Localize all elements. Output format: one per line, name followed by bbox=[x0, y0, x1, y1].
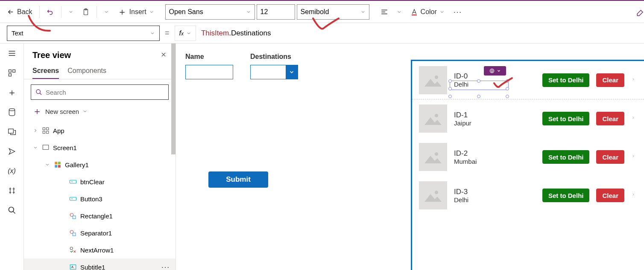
svg-rect-2 bbox=[412, 15, 417, 15]
tab-components[interactable]: Components bbox=[67, 64, 106, 79]
gallery-id: ID-2 bbox=[454, 149, 536, 158]
property-dropdown[interactable]: Text bbox=[7, 26, 160, 41]
svg-rect-19 bbox=[70, 180, 76, 183]
tree-item-label: App bbox=[53, 127, 64, 134]
property-value: Text bbox=[12, 29, 23, 37]
paste-dropdown[interactable] bbox=[100, 4, 112, 20]
tree-item-label: Button3 bbox=[80, 195, 102, 203]
next-arrow-icon[interactable] bbox=[631, 191, 637, 200]
submit-label: Submit bbox=[226, 175, 251, 184]
svg-point-8 bbox=[9, 207, 14, 212]
tree-item-icon bbox=[42, 127, 50, 134]
clear-button[interactable]: Clear bbox=[596, 112, 624, 125]
formula-editor[interactable]: ThisItem.Destinations bbox=[201, 29, 271, 38]
align-button[interactable] bbox=[377, 4, 392, 20]
gallery-subtitle: Jaipur bbox=[454, 119, 536, 127]
submit-button[interactable]: Submit bbox=[208, 171, 268, 188]
color-button[interactable]: Color bbox=[407, 4, 448, 20]
tree-item-label: NextArrow1 bbox=[80, 247, 114, 254]
gallery-row[interactable]: ID-1JaipurSet to DelhiClear bbox=[412, 99, 644, 138]
name-label: Name bbox=[185, 53, 204, 60]
formula-prefix: ThisItem bbox=[201, 29, 229, 37]
new-screen-button[interactable]: ＋ New screen bbox=[24, 103, 176, 122]
svg-rect-18 bbox=[58, 165, 61, 168]
gallery-id: ID-3 bbox=[454, 188, 536, 196]
plus-icon: ＋ bbox=[32, 105, 42, 118]
tree-item[interactable]: Separator1 bbox=[24, 224, 176, 241]
fx-button[interactable]: fx bbox=[175, 26, 196, 41]
clear-button[interactable]: Clear bbox=[596, 150, 624, 164]
edit-button[interactable] bbox=[636, 4, 644, 21]
gallery-row[interactable]: ID-3DelhiSet to DelhiClear bbox=[412, 176, 644, 215]
weight-value: Semibold bbox=[301, 8, 329, 16]
scrollbar-thumb[interactable] bbox=[171, 44, 176, 154]
undo-button[interactable] bbox=[43, 4, 58, 20]
tree-item[interactable]: NextArrow1 bbox=[24, 241, 176, 258]
svg-point-28 bbox=[490, 69, 494, 73]
insert-icon[interactable]: ＋ bbox=[7, 88, 17, 97]
flow-icon[interactable] bbox=[7, 147, 17, 156]
font-weight-select[interactable]: Semibold bbox=[297, 4, 369, 20]
align-dropdown[interactable] bbox=[393, 4, 405, 20]
variable-icon[interactable]: (x) bbox=[7, 166, 17, 176]
svg-rect-3 bbox=[9, 70, 11, 73]
svg-point-31 bbox=[435, 191, 438, 194]
name-input[interactable] bbox=[185, 65, 233, 79]
next-arrow-icon[interactable] bbox=[631, 153, 637, 161]
gallery-row[interactable]: ID-0DelhiSet to DelhiClear bbox=[412, 61, 644, 99]
tree-item[interactable]: Button3 bbox=[24, 190, 176, 207]
set-to-delhi-button[interactable]: Set to Delhi bbox=[542, 150, 590, 164]
tree-item-label: Rectangle1 bbox=[80, 212, 113, 220]
tree-item[interactable]: Subtitle1⋯ bbox=[24, 258, 176, 270]
gallery-image-placeholder bbox=[419, 143, 447, 171]
font-size-select[interactable]: 12 bbox=[257, 4, 295, 20]
set-to-delhi-button[interactable]: Set to Delhi bbox=[542, 112, 590, 125]
separator bbox=[97, 6, 97, 18]
tab-screens[interactable]: Screens bbox=[32, 64, 59, 79]
tree-item-icon bbox=[69, 263, 77, 270]
tree-item[interactable]: App bbox=[24, 122, 176, 139]
media-icon[interactable] bbox=[7, 127, 17, 136]
svg-rect-16 bbox=[58, 162, 61, 164]
tree-search[interactable] bbox=[31, 84, 169, 100]
next-arrow-icon[interactable] bbox=[631, 76, 637, 84]
tree-item[interactable]: btnClear bbox=[24, 173, 176, 190]
hamburger-icon[interactable] bbox=[7, 49, 17, 58]
font-family-select[interactable]: Open Sans bbox=[165, 4, 255, 20]
next-arrow-icon[interactable] bbox=[631, 114, 637, 123]
undo-dropdown[interactable] bbox=[65, 4, 77, 20]
set-to-delhi-button[interactable]: Set to Delhi bbox=[542, 73, 590, 87]
tree-view-icon[interactable] bbox=[7, 68, 17, 78]
separator bbox=[61, 6, 61, 18]
top-toolbar: Back ＋ Insert Open Sans 12 Semibold Colo… bbox=[0, 1, 644, 23]
tree-item[interactable]: Gallery1 bbox=[24, 156, 176, 173]
search-icon[interactable] bbox=[7, 206, 17, 215]
tree-item-more[interactable]: ⋯ bbox=[161, 262, 170, 270]
svg-point-6 bbox=[9, 109, 15, 111]
paste-button[interactable] bbox=[79, 4, 93, 20]
set-to-delhi-button[interactable]: Set to Delhi bbox=[542, 189, 590, 202]
gallery[interactable]: ID-0DelhiSet to DelhiClearID-1JaipurSet … bbox=[411, 60, 644, 270]
control-type-badge[interactable] bbox=[484, 66, 506, 75]
dest-dropdown[interactable] bbox=[250, 65, 298, 79]
close-tree-button[interactable] bbox=[160, 51, 167, 60]
insert-button[interactable]: ＋ Insert bbox=[114, 4, 158, 20]
gallery-image-placeholder bbox=[419, 105, 447, 133]
svg-rect-24 bbox=[73, 233, 76, 236]
clear-button[interactable]: Clear bbox=[596, 189, 624, 202]
tools-icon[interactable] bbox=[7, 186, 17, 195]
fx-label: fx bbox=[179, 29, 184, 37]
clear-button[interactable]: Clear bbox=[596, 73, 624, 87]
form-section: Name Destinations bbox=[185, 53, 298, 79]
more-button[interactable]: ⋯ bbox=[450, 4, 466, 20]
data-icon[interactable] bbox=[7, 107, 17, 117]
search-input[interactable] bbox=[46, 89, 164, 96]
gallery-row[interactable]: ID-2MumbaiSet to DelhiClear bbox=[412, 138, 644, 176]
tree-item[interactable]: Screen1 bbox=[24, 139, 176, 156]
svg-rect-17 bbox=[55, 165, 57, 168]
design-canvas[interactable]: Name Destinations Submit ID-0DelhiSet to… bbox=[176, 44, 644, 270]
back-button[interactable]: Back bbox=[3, 4, 36, 20]
tree-item[interactable]: Rectangle1 bbox=[24, 207, 176, 224]
tree-item-icon bbox=[69, 178, 77, 186]
tree-item-label: Gallery1 bbox=[65, 161, 89, 168]
